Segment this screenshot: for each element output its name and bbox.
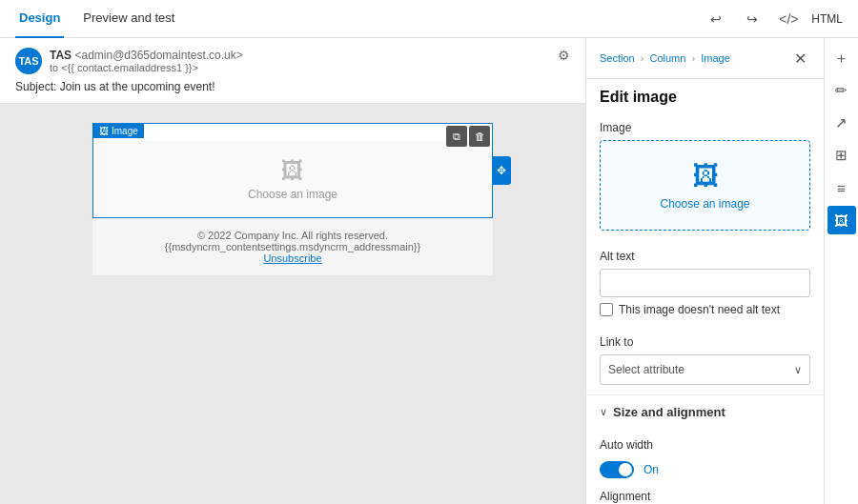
placeholder-image-icon: 🖼: [281, 157, 304, 184]
no-alt-checkbox-row: This image doesn't need alt text: [600, 303, 810, 316]
panel-image-section: Image 🖼 Choose an image: [586, 111, 824, 240]
email-from-row: TAS TAS <admin@d365domaintest.co.uk> to …: [15, 48, 243, 74]
redo-button[interactable]: ↪: [739, 6, 766, 32]
footer-template: {{msdyncrm_contentsettings.msdyncrm_addr…: [104, 241, 481, 252]
placeholder-text: Choose an image: [248, 188, 337, 201]
html-button[interactable]: HTML: [811, 12, 843, 26]
image-block-delete-button[interactable]: 🗑: [469, 126, 490, 147]
toolbar-right: ↩ ↪ </> HTML: [703, 6, 843, 32]
choose-image-area[interactable]: 🖼 Choose an image: [600, 140, 810, 231]
image-block-copy-button[interactable]: ⧉: [446, 126, 467, 147]
sidebar-icon-share[interactable]: ↗: [827, 109, 856, 137]
toggle-on-text: On: [644, 463, 659, 476]
size-alignment-content: Auto width On Alignment ⬛ ⬛ ⬛: [586, 429, 824, 504]
tab-bar: Design Preview and test: [15, 0, 178, 38]
footer-unsubscribe[interactable]: Unsubscribe: [104, 252, 481, 264]
tab-design[interactable]: Design: [15, 0, 64, 38]
sidebar-icons-panel: ＋ ✏ ↗ ⊞ ≡ 🖼: [824, 38, 858, 504]
breadcrumb-column[interactable]: Column: [650, 52, 686, 64]
undo-button[interactable]: ↩: [703, 6, 729, 32]
image-block-actions: ⧉ 🗑: [444, 124, 492, 149]
tab-preview[interactable]: Preview and test: [79, 0, 178, 38]
breadcrumb-section[interactable]: Section: [600, 52, 635, 64]
right-panel: Section › Column › Image ✕ Edit image Im…: [585, 38, 824, 504]
alignment-label: Alignment: [600, 490, 810, 503]
alt-text-input[interactable]: [600, 269, 810, 297]
chevron-down-icon: ∨: [794, 364, 802, 376]
panel-header: Section › Column › Image ✕: [586, 38, 824, 79]
main-area: TAS TAS <admin@d365domaintest.co.uk> to …: [0, 38, 858, 504]
breadcrumb-image: Image: [701, 52, 730, 64]
from-name: TAS <admin@d365domaintest.co.uk>: [50, 49, 243, 62]
panel-close-button[interactable]: ✕: [789, 48, 810, 69]
avatar: TAS: [15, 48, 42, 74]
sidebar-icon-grid[interactable]: ⊞: [827, 141, 856, 170]
toggle-knob: [619, 463, 632, 476]
auto-width-toggle-row: On: [600, 457, 810, 482]
email-header: TAS TAS <admin@d365domaintest.co.uk> to …: [0, 38, 585, 104]
sidebar-icon-image[interactable]: 🖼: [827, 206, 856, 234]
from-email: <admin@d365domaintest.co.uk>: [74, 49, 242, 62]
size-alignment-title: Size and alignment: [613, 405, 725, 419]
html-label: HTML: [811, 12, 843, 26]
email-footer: © 2022 Company Inc. All rights reserved.…: [92, 218, 493, 275]
choose-image-icon: 🖼: [692, 160, 719, 192]
link-to-label: Link to: [600, 335, 810, 349]
auto-width-toggle[interactable]: [600, 461, 634, 478]
alt-text-label: Alt text: [600, 250, 810, 263]
panel-alt-text-section: Alt text This image doesn't need alt tex…: [586, 240, 824, 326]
link-to-placeholder: Select attribute: [608, 363, 684, 376]
email-settings-icon[interactable]: ⚙: [558, 48, 570, 63]
breadcrumb-sep1: ›: [641, 52, 644, 64]
image-block-label: 🖼 Image: [93, 124, 144, 138]
email-canvas: 🖼 Image ⧉ 🗑 🖼 Choose an image ✥ ©: [92, 123, 493, 275]
sidebar-icon-pen[interactable]: ✏: [827, 76, 856, 105]
email-subject: Subject: Join us at the upcoming event!: [15, 80, 570, 93]
top-bar: Design Preview and test ↩ ↪ </> HTML: [0, 0, 858, 38]
email-to: to <{{ contact.emailaddress1 }}>: [50, 62, 243, 73]
size-alignment-chevron-icon: ∨: [600, 406, 607, 418]
footer-copyright: © 2022 Company Inc. All rights reserved.: [104, 230, 481, 241]
auto-width-label: Auto width: [600, 438, 810, 452]
link-to-dropdown[interactable]: Select attribute ∨: [600, 354, 810, 385]
drag-handle[interactable]: ✥: [492, 156, 511, 185]
sidebar-icon-add[interactable]: ＋: [827, 44, 856, 72]
image-block[interactable]: 🖼 Image ⧉ 🗑 🖼 Choose an image ✥: [92, 123, 493, 218]
panel-title: Edit image: [586, 79, 824, 111]
panel-breadcrumb: Section › Column › Image: [600, 52, 730, 64]
size-alignment-collapsible[interactable]: ∨ Size and alignment: [586, 394, 824, 429]
choose-image-text[interactable]: Choose an image: [660, 197, 749, 211]
sidebar-icon-text[interactable]: ≡: [827, 173, 856, 202]
panel-link-section: Link to Select attribute ∨: [586, 326, 824, 394]
image-section-label: Image: [600, 121, 810, 134]
no-alt-checkbox[interactable]: [600, 303, 613, 316]
canvas-area: TAS TAS <admin@d365domaintest.co.uk> to …: [0, 38, 585, 504]
image-placeholder[interactable]: 🖼 Choose an image: [93, 141, 492, 217]
panel-content: Image 🖼 Choose an image Alt text This im…: [586, 111, 824, 504]
code-view-button[interactable]: </>: [775, 6, 802, 32]
breadcrumb-sep2: ›: [691, 52, 695, 64]
no-alt-checkbox-label[interactable]: This image doesn't need alt text: [619, 303, 780, 316]
canvas-content: 🖼 Image ⧉ 🗑 🖼 Choose an image ✥ ©: [0, 104, 585, 504]
email-from-details: TAS <admin@d365domaintest.co.uk> to <{{ …: [50, 49, 243, 73]
